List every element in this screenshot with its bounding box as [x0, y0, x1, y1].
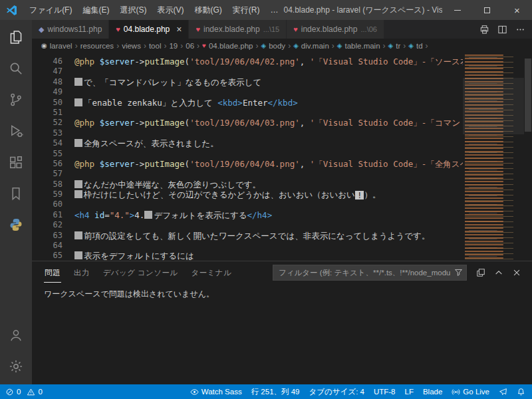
close-panel-icon[interactable]	[512, 268, 521, 277]
breadcrumb-item-04.blade.php[interactable]: ♥04.blade.php	[202, 42, 253, 50]
fullwidth-space-marker	[74, 78, 82, 86]
split-editor-icon[interactable]	[497, 25, 507, 35]
tab-path-hint: ...\15	[263, 25, 279, 33]
menu-item[interactable]: …	[265, 3, 283, 17]
breadcrumb-item-laravel[interactable]: ◉laravel	[41, 42, 72, 50]
status-indentation[interactable]: タブのサイズ: 4	[309, 387, 364, 397]
chevron-up-icon[interactable]	[494, 268, 503, 277]
breadcrumb-label: 19	[169, 42, 178, 50]
status-watch-sass[interactable]: Watch Sass	[190, 388, 242, 396]
code-line-58[interactable]: 58なんだか中途半端な、灰色の塗りつぶしです。	[32, 180, 463, 190]
explorer-button[interactable]	[0, 21, 32, 53]
menu-item[interactable]: 実行(R)	[227, 2, 265, 19]
code-line-49[interactable]: 49	[32, 87, 463, 97]
breadcrumb-item-resources[interactable]: resources	[80, 42, 114, 50]
code-line-62[interactable]: 62	[32, 220, 463, 230]
code-line-47[interactable]: 47	[32, 66, 463, 76]
code-line-46[interactable]: 46@php $server->putImage('tool/19/06/04/…	[32, 57, 463, 66]
code-line-63[interactable]: 63前項の設定をしても、新しく開いたワークスペースでは、非表示になってしまうよう…	[32, 231, 463, 241]
code-line-64[interactable]: 64	[32, 241, 463, 251]
problems-filter-input[interactable]	[273, 265, 467, 281]
code-line-56[interactable]: 56@php $server->putImage('tool/19/06/04/…	[32, 159, 463, 169]
status-cursor-position[interactable]: 行 251、列 49	[251, 387, 300, 397]
line-number: 62	[32, 220, 66, 230]
extensions-button[interactable]	[0, 146, 32, 178]
chevron-right-icon: ›	[116, 41, 119, 51]
fullwidth-space-marker	[74, 190, 82, 198]
breadcrumb-item-table.main[interactable]: ◈table.main	[337, 42, 380, 50]
line-content	[66, 108, 74, 118]
breadcrumb-item-tool[interactable]: tool	[149, 42, 162, 50]
accounts-button[interactable]	[0, 319, 32, 350]
run-debug-button[interactable]	[0, 115, 32, 146]
code-line-48[interactable]: 48で、「コマンドパレット」なるものを表示して	[32, 77, 463, 87]
more-actions-icon[interactable]	[515, 25, 525, 35]
status-problems[interactable]: 0 0	[5, 388, 43, 396]
code-area[interactable]: 46@php $server->putImage('tool/19/06/04/…	[32, 53, 463, 261]
menu-item[interactable]: 表示(V)	[152, 2, 189, 19]
code-line-52[interactable]: 52@php $server->putImage('tool/19/06/04/…	[32, 118, 463, 128]
code-line-53[interactable]: 53	[32, 128, 463, 138]
print-icon[interactable]	[479, 25, 489, 35]
breadcrumb-item-views[interactable]: views	[122, 42, 141, 50]
source-control-button[interactable]	[0, 84, 32, 115]
menu-item[interactable]: 移動(G)	[189, 2, 227, 19]
window-title: 04.blade.php - laravel (ワークスペース) - Vis..…	[283, 5, 442, 16]
code-line-59[interactable]: 59枠だけにしたいけど、その辺ができるかどうかは、おいおい（おいおい!）。	[32, 190, 463, 200]
code-line-55[interactable]: 55	[32, 149, 463, 159]
code-line-65[interactable]: 65表示をデフォルトにするには	[32, 251, 463, 261]
breadcrumb-item-tr[interactable]: ◈tr	[388, 42, 401, 50]
panel-restore-icon[interactable]	[476, 268, 485, 277]
breadcrumb-item-body[interactable]: ◈body	[261, 42, 285, 50]
panel-tab-問題[interactable]: 問題	[44, 263, 61, 283]
status-notifications[interactable]	[517, 388, 525, 396]
line-content	[66, 200, 74, 209]
search-button[interactable]	[0, 53, 32, 84]
breadcrumb-item-div.main[interactable]: ◈div.main	[293, 42, 329, 50]
line-content: で、「コマンドパレット」なるものを表示して	[66, 77, 261, 87]
breadcrumb-item-19[interactable]: 19	[169, 42, 178, 50]
status-go-live[interactable]: Go Live	[452, 388, 489, 396]
status-eol[interactable]: LF	[405, 388, 414, 396]
panel-tab-デバッグ コンソール[interactable]: デバッグ コンソール	[102, 263, 179, 283]
status-language-mode[interactable]: Blade	[423, 388, 442, 396]
code-line-61[interactable]: 61<h4 id="4.">4.デフォルトを表示にする</h4>	[32, 210, 463, 220]
tab-index.blade.php[interactable]: ♥index.blade.php...\06	[287, 20, 384, 39]
code-line-51[interactable]: 51	[32, 108, 463, 118]
editor-scrollbar[interactable]	[524, 53, 532, 261]
maximize-button[interactable]	[472, 0, 502, 20]
bookmarks-button[interactable]	[0, 178, 32, 209]
record-icon: ◉	[41, 43, 47, 49]
menu-item[interactable]: ファイル(F)	[24, 2, 77, 19]
menu-item[interactable]: 編集(E)	[77, 2, 114, 19]
python-extension-button[interactable]	[0, 209, 32, 240]
tab-windows11.php[interactable]: ◆windows11.php	[32, 20, 109, 39]
settings-button[interactable]	[0, 350, 32, 382]
panel-tab-ターミナル[interactable]: ターミナル	[190, 263, 232, 283]
status-feedback[interactable]	[499, 388, 507, 396]
fullwidth-space-marker	[144, 211, 152, 219]
code-line-50[interactable]: 50「enable zenkaku」と入力して <kbd>Enter</kbd>	[32, 98, 463, 108]
code-line-60[interactable]: 60	[32, 200, 463, 209]
line-content	[66, 241, 74, 251]
tab-04.blade.php[interactable]: ♥04.blade.php×	[109, 20, 189, 39]
status-label: Blade	[423, 388, 442, 396]
code-line-57[interactable]: 57	[32, 169, 463, 179]
panel-tab-出力[interactable]: 出力	[73, 263, 90, 283]
minimap-slider[interactable]	[463, 78, 524, 134]
tab-index.blade.php[interactable]: ♥index.blade.php...\15	[189, 20, 287, 39]
close-window-button[interactable]: ×	[502, 0, 532, 20]
symbol-icon: ◈	[261, 43, 266, 49]
breadcrumb-item-06[interactable]: 06	[186, 42, 194, 50]
menu-item[interactable]: 選択(S)	[114, 2, 152, 19]
status-encoding[interactable]: UTF-8	[374, 388, 396, 396]
status-label: 行 251、列 49	[251, 387, 300, 397]
minimap[interactable]	[463, 53, 524, 261]
scrollbar-thumb[interactable]	[525, 59, 531, 132]
error-count: 0	[17, 388, 21, 396]
minimize-button[interactable]	[442, 0, 472, 20]
close-tab-icon[interactable]: ×	[176, 24, 182, 35]
line-number: 58	[32, 180, 66, 190]
code-line-54[interactable]: 54全角スペースが、表示されました。	[32, 138, 463, 148]
breadcrumb-item-td[interactable]: ◈td	[408, 42, 422, 50]
